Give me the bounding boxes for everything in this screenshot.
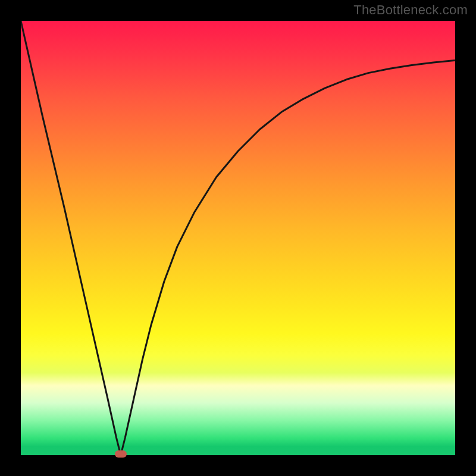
bottleneck-curve — [21, 21, 455, 455]
chart-frame: TheBottleneck.com — [0, 0, 476, 476]
optimal-point-marker — [115, 450, 127, 458]
attribution-text: TheBottleneck.com — [353, 2, 468, 18]
plot-area — [21, 21, 455, 455]
